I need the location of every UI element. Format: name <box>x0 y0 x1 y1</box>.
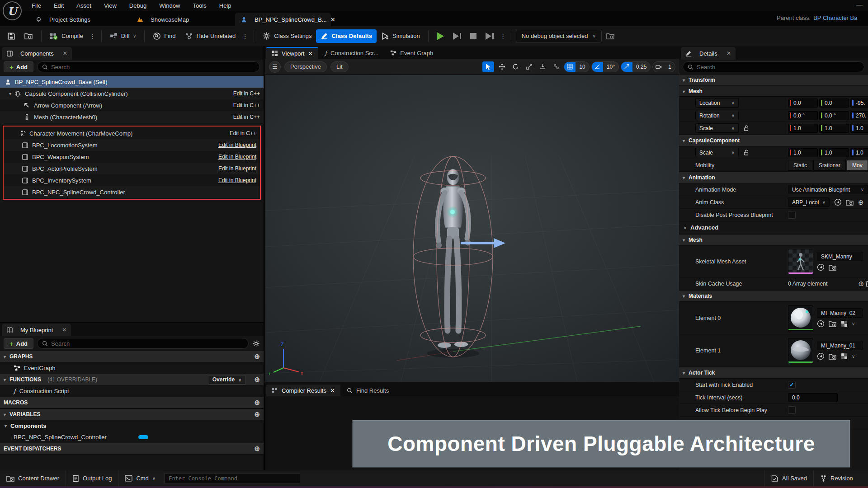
animation-section-header[interactable]: ▾ Animation <box>679 172 868 183</box>
tab-blueprint-active[interactable]: BP_NPC_SplineCrowd_B... ✕ <box>235 13 331 26</box>
my-blueprint-tab[interactable]: My Blueprint ✕ <box>2 324 71 336</box>
allow-tick-checkbox[interactable] <box>788 406 796 414</box>
capsule-scale-dropdown[interactable]: Scale ∨ <box>695 148 739 157</box>
all-saved-button[interactable]: All Saved <box>764 470 814 487</box>
controller-variable-row[interactable]: BPC_NPC_SplineCrowd_Controller <box>0 432 264 443</box>
components-search[interactable] <box>37 61 260 72</box>
components-search-input[interactable] <box>51 64 255 70</box>
browse-asset-button[interactable] <box>20 29 38 43</box>
close-icon[interactable]: ✕ <box>308 50 313 57</box>
play-button[interactable] <box>432 29 448 43</box>
mobility-movable-button[interactable]: Mov <box>847 160 868 171</box>
parent-class-link[interactable]: BP Character Ba <box>813 14 857 21</box>
chevron-down-icon[interactable]: ∨ <box>852 354 855 359</box>
location-z-field[interactable]: -95. <box>850 99 868 108</box>
rotation-y-field[interactable]: 0.0 ° <box>819 111 849 120</box>
tree-row-capsule[interactable]: ▾ Capsule Component (CollisionCylinder) … <box>0 88 264 99</box>
disable-post-process-checkbox[interactable] <box>788 211 796 219</box>
scale-x-field[interactable]: 1.0 <box>788 124 818 133</box>
lock-open-icon[interactable] <box>743 150 749 156</box>
menu-debug[interactable]: Debug <box>129 2 146 9</box>
add-variable-icon[interactable]: ⊕ <box>254 410 260 418</box>
rotation-snap-control[interactable]: 10° <box>591 61 619 72</box>
animation-mode-dropdown[interactable]: Use Animation Blueprint ∨ <box>788 185 868 194</box>
location-x-field[interactable]: 0.0 <box>788 99 818 108</box>
settings-gear-icon[interactable] <box>252 340 260 347</box>
skeletal-mesh-thumbnail[interactable] <box>788 249 813 274</box>
event-dispatchers-section-header[interactable]: EVENT DISPATCHERS ⊕ <box>0 443 264 455</box>
checker-icon[interactable] <box>841 320 848 327</box>
menu-window[interactable]: Window <box>159 2 180 9</box>
class-defaults-button[interactable]: Class Defaults <box>316 29 377 43</box>
add-blueprint-item-button[interactable]: + Add <box>4 338 33 349</box>
element1-thumbnail[interactable] <box>788 338 813 363</box>
chevron-down-icon[interactable]: ∨ <box>852 321 855 326</box>
my-blueprint-search-input[interactable] <box>51 340 244 347</box>
mesh-section-header[interactable]: ▾ Mesh <box>679 86 868 97</box>
close-icon[interactable]: ✕ <box>726 50 731 56</box>
console-command-input[interactable] <box>169 475 296 482</box>
add-icon[interactable]: ⊕ <box>858 198 864 206</box>
rotation-dropdown[interactable]: Rotation ∨ <box>695 111 739 120</box>
scale-dropdown[interactable]: Scale ∨ <box>695 123 739 133</box>
browse-icon[interactable] <box>846 199 854 206</box>
capsule-section-header[interactable]: ▾ CapsuleComponent <box>679 135 868 146</box>
edit-in-cpp-link[interactable]: Edit in C++ <box>233 102 260 108</box>
variables-components-group[interactable]: ▾ Components <box>0 420 264 432</box>
find-results-tab[interactable]: Find Results <box>341 385 394 396</box>
grid-snap-control[interactable]: 10 <box>564 61 589 72</box>
tree-row-charmove[interactable]: Character Movement (CharMoveComp) Edit i… <box>4 127 260 139</box>
edit-in-cpp-link[interactable]: Edit in C++ <box>233 90 260 97</box>
element0-dropdown[interactable]: MI_Manny_02 <box>817 308 863 318</box>
macros-section-header[interactable]: MACROS ⊕ <box>0 397 264 408</box>
rotation-z-field[interactable]: 270. <box>850 111 868 120</box>
simulation-button[interactable]: Simulation <box>377 29 425 43</box>
override-dropdown[interactable]: Override ∨ <box>208 375 246 385</box>
menu-file[interactable]: File <box>32 2 41 9</box>
edit-in-cpp-link[interactable]: Edit in C++ <box>233 114 260 120</box>
capsule-scale-z-field[interactable]: 1.0 <box>850 148 868 157</box>
tree-row-actorprofile[interactable]: BPC_ActorProfileSystem Edit in Blueprint <box>4 163 260 174</box>
add-array-element-icon[interactable]: ⊕ <box>858 280 864 288</box>
trash-icon[interactable] <box>865 281 868 287</box>
edit-in-cpp-link[interactable]: Edit in C++ <box>230 130 256 136</box>
lock-open-icon[interactable] <box>743 125 749 131</box>
use-selected-icon[interactable] <box>817 352 825 360</box>
hide-unrelated-button[interactable]: Hide Unrelated <box>180 29 241 43</box>
tree-row-locomotion[interactable]: BPC_LocomotionSystem Edit in Blueprint <box>4 139 260 151</box>
checker-icon[interactable] <box>841 353 848 360</box>
diff-button[interactable]: Diff ∨ <box>105 29 141 43</box>
variables-section-header[interactable]: ▾ VARIABLES ⊕ <box>0 408 264 420</box>
tab-showcase-map[interactable]: ShowcaseMap <box>131 13 194 26</box>
cmd-dropdown[interactable]: Cmd ∨ <box>118 470 162 487</box>
revision-control-button[interactable]: Revision <box>814 470 868 487</box>
viewport-options-menu[interactable]: ☰ <box>269 61 281 73</box>
event-graph-row[interactable]: EventGraph <box>0 362 264 374</box>
use-selected-icon[interactable] <box>834 198 842 206</box>
functions-section-header[interactable]: ▾ FUNCTIONS (41 OVERRIDABLE) Override ∨ … <box>0 374 264 385</box>
select-tool-button[interactable] <box>482 61 494 72</box>
caret-down-icon[interactable]: ▾ <box>9 91 11 96</box>
find-button[interactable]: Find <box>148 29 180 43</box>
compiler-results-tab[interactable]: Compiler Results ✕ <box>266 385 340 396</box>
eject-skip-button[interactable] <box>481 29 498 43</box>
add-component-button[interactable]: + Add <box>4 61 33 72</box>
construction-script-row[interactable]: ƒ Construction Script <box>0 385 264 397</box>
rotate-tool-button[interactable] <box>509 61 521 72</box>
tab-project-settings[interactable]: Project Settings <box>30 13 96 26</box>
compile-options-kebab-icon[interactable]: ⋮ <box>88 33 98 40</box>
actor-snap-button[interactable] <box>550 61 562 72</box>
camera-speed-control[interactable]: 1 <box>652 61 675 72</box>
lit-dropdown[interactable]: Lit <box>330 61 349 72</box>
class-settings-button[interactable]: Class Settings <box>258 29 316 43</box>
capsule-scale-x-field[interactable]: 1.0 <box>788 148 818 157</box>
tree-row-weapon[interactable]: BPC_WeaponSystem Edit in Blueprint <box>4 151 260 163</box>
close-icon[interactable]: ✕ <box>330 16 335 23</box>
perspective-dropdown[interactable]: Perspective <box>284 61 327 72</box>
mobility-static-button[interactable]: Static <box>788 160 812 171</box>
graphs-section-header[interactable]: ▾ GRAPHS ⊕ <box>0 351 264 362</box>
tick-enabled-checkbox[interactable]: ✓ <box>788 381 796 389</box>
actor-tick-section-header[interactable]: ▾ Actor Tick <box>679 367 868 379</box>
add-dispatcher-icon[interactable]: ⊕ <box>254 445 260 453</box>
scale-snap-control[interactable]: 0.25 <box>621 61 651 72</box>
